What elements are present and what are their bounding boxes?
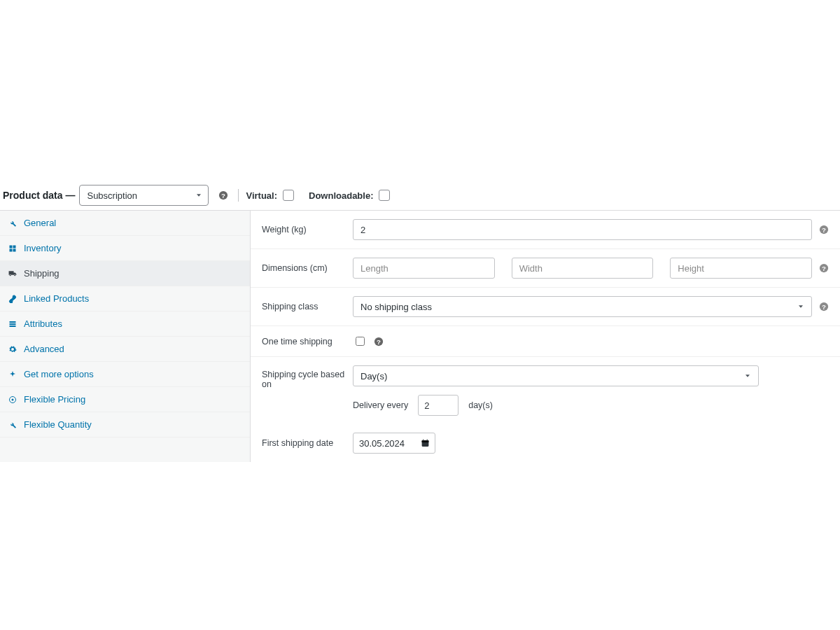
tab-shipping[interactable]: Shipping — [0, 261, 250, 286]
wrench-icon — [8, 219, 18, 227]
tab-label: Shipping — [24, 268, 59, 279]
dimensions-row: Dimensions (cm) ? — [251, 249, 840, 288]
delivery-every-label: Delivery every — [353, 400, 408, 410]
virtual-label: Virtual: — [246, 190, 277, 201]
first-shipping-date-input[interactable] — [353, 433, 435, 454]
product-data-tabs: General Inventory Shipping Linked Produc… — [0, 211, 251, 462]
tab-label: Get more options — [24, 369, 94, 379]
inventory-icon — [8, 244, 18, 253]
one-time-shipping-label: One time shipping — [262, 337, 353, 346]
tab-advanced[interactable]: Advanced — [0, 337, 250, 361]
svg-text:?: ? — [822, 226, 826, 234]
sparkle-icon — [8, 370, 18, 379]
shipping-class-row: Shipping class No shipping class ? — [251, 288, 840, 326]
help-icon[interactable]: ? — [819, 302, 829, 312]
delivery-every-input[interactable] — [418, 395, 458, 416]
tab-flexible-pricing[interactable]: Flexible Pricing — [0, 387, 250, 412]
weight-label: Weight (kg) — [262, 225, 353, 234]
shipping-class-select[interactable]: No shipping class — [353, 296, 812, 317]
svg-rect-2 — [10, 321, 16, 323]
shipping-cycle-row: Shipping cycle based on Day(s) Delivery … — [251, 357, 840, 424]
product-type-select[interactable]: Subscription — [79, 185, 209, 206]
weight-row: Weight (kg) ? — [251, 211, 840, 249]
length-input[interactable] — [353, 258, 495, 279]
gear-icon — [8, 345, 18, 354]
svg-rect-3 — [10, 323, 16, 325]
product-data-title: Product data — — [3, 190, 79, 201]
dimensions-label: Dimensions (cm) — [262, 263, 353, 273]
width-input[interactable] — [512, 258, 654, 279]
weight-input[interactable] — [353, 219, 812, 240]
virtual-checkbox[interactable] — [283, 190, 294, 201]
tab-label: Attributes — [24, 318, 62, 329]
svg-text:?: ? — [222, 192, 226, 200]
one-time-shipping-row: One time shipping ? — [251, 326, 840, 357]
height-input[interactable] — [670, 258, 812, 279]
delivery-unit-label: day(s) — [468, 400, 493, 410]
wrench-icon — [8, 421, 18, 429]
svg-text:?: ? — [377, 337, 381, 345]
tab-label: Linked Products — [24, 293, 89, 304]
link-icon — [8, 295, 18, 303]
tab-label: Flexible Quantity — [24, 419, 92, 430]
tab-label: Flexible Pricing — [24, 394, 85, 405]
tab-get-more[interactable]: Get more options — [0, 362, 250, 386]
help-icon[interactable]: ? — [374, 337, 384, 346]
product-data-header: Product data — Subscription ? Virtual: D… — [0, 181, 840, 211]
tab-label: Advanced — [24, 344, 64, 354]
svg-rect-4 — [10, 326, 16, 327]
tab-label: General — [24, 218, 56, 228]
tab-inventory[interactable]: Inventory — [0, 236, 250, 260]
tab-label: Inventory — [24, 243, 61, 253]
separator — [238, 189, 239, 202]
help-icon[interactable]: ? — [819, 225, 829, 234]
help-icon[interactable]: ? — [819, 263, 829, 273]
shipping-panel: Weight (kg) ? Dimensions (cm) ? Sh — [251, 211, 840, 462]
downloadable-checkbox[interactable] — [379, 190, 390, 201]
one-time-shipping-checkbox[interactable] — [356, 337, 365, 346]
shipping-cycle-select[interactable]: Day(s) — [353, 365, 759, 386]
help-icon[interactable]: ? — [218, 190, 228, 200]
shipping-class-label: Shipping class — [262, 302, 353, 312]
pricing-icon — [8, 396, 18, 404]
svg-text:?: ? — [822, 303, 826, 311]
tab-general[interactable]: General — [0, 211, 250, 235]
truck-icon — [8, 270, 18, 278]
svg-point-6 — [12, 398, 14, 400]
downloadable-label: Downloadable: — [309, 190, 373, 201]
svg-text:?: ? — [822, 265, 826, 272]
attributes-icon — [8, 320, 18, 328]
tab-linked-products[interactable]: Linked Products — [0, 286, 250, 311]
shipping-cycle-label: Shipping cycle based on — [262, 365, 353, 389]
first-shipping-date-row: First shipping date — [251, 424, 840, 462]
first-shipping-date-label: First shipping date — [262, 438, 353, 448]
tab-attributes[interactable]: Attributes — [0, 312, 250, 336]
tab-flexible-quantity[interactable]: Flexible Quantity — [0, 412, 250, 437]
